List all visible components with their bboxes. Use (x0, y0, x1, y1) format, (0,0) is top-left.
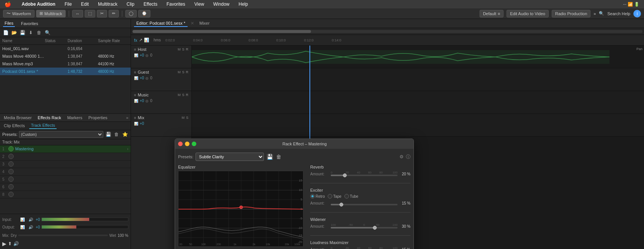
track-item-4[interactable]: 4 (0, 168, 131, 176)
widener-thumb[interactable] (373, 226, 377, 230)
menu-multitrack[interactable]: Multitrack (96, 1, 119, 8)
eq-canvas[interactable]: 15 10 5 0 -5 -10 -15 -20 20 50 (178, 171, 303, 247)
delete-btn[interactable]: 🗑 (36, 29, 43, 36)
power-btn[interactable] (8, 177, 14, 182)
menu-clip[interactable]: Clip (125, 1, 136, 8)
track-expand-icon[interactable]: ≡ (134, 93, 136, 97)
guest-mute-btn[interactable]: M (178, 70, 181, 74)
expand-btn[interactable]: » (126, 115, 128, 120)
new-file-btn[interactable]: 📄 (2, 29, 9, 36)
open-file-btn[interactable]: 📂 (11, 29, 17, 36)
menu-edit[interactable]: Edit (79, 1, 90, 8)
power-btn[interactable] (8, 169, 14, 174)
meters-icon[interactable]: 📊 (144, 38, 149, 43)
tab-mixer[interactable]: Mixer (197, 20, 212, 27)
modal-maximize-btn[interactable] (192, 142, 196, 146)
guest-solo-btn[interactable]: S (182, 70, 184, 74)
track-item-3[interactable]: 3 (0, 161, 131, 168)
modal-minimize-btn[interactable] (185, 142, 189, 146)
delete-preset-btn[interactable]: 🗑 (113, 131, 120, 138)
search-help-label[interactable]: Search Help (607, 11, 630, 16)
radio-tape-dot[interactable] (328, 194, 332, 199)
widener-slider[interactable] (331, 227, 398, 229)
h-scrollbar[interactable] (133, 30, 642, 33)
import-btn[interactable]: ⬇ (27, 29, 34, 36)
scroll-thumb[interactable] (133, 30, 311, 33)
track-item-6[interactable]: 6 (0, 183, 131, 191)
track-item-5[interactable]: 5 (0, 176, 131, 183)
track-item-mastering[interactable]: 1 Mastering › (0, 145, 131, 153)
power-btn[interactable] (8, 184, 14, 189)
draw-btn[interactable]: ◯ (125, 10, 137, 17)
presets-dropdown[interactable]: Subtle Clarity (196, 153, 264, 161)
waveform-mode-btn[interactable]: 〜 Waveform (3, 10, 35, 17)
tab-media-browser[interactable]: Media Browser (2, 115, 33, 121)
modal-close-btn[interactable] (178, 142, 183, 146)
export-icon[interactable]: ⬆ (8, 241, 12, 246)
scroll-area[interactable] (131, 28, 644, 35)
speaker-icon[interactable]: 🔊 (13, 241, 19, 246)
exciter-thumb[interactable] (339, 203, 343, 206)
menu-window[interactable]: Window (212, 1, 231, 8)
help-icon[interactable]: ⓘ (406, 154, 410, 160)
file-item-active[interactable]: Podcast 001.sesx * 1:48,732 48000 Hz (0, 68, 131, 75)
move-tool-btn[interactable]: ↔ (72, 10, 83, 17)
delete-preset-btn[interactable]: 🗑 (275, 153, 282, 160)
mix-mute-btn[interactable]: M (182, 116, 185, 120)
track-expand-icon[interactable]: ≡ (134, 70, 136, 74)
radio-tape[interactable]: Tape (328, 194, 341, 199)
power-btn[interactable] (8, 154, 14, 159)
reverb-slider-container[interactable]: 0 20 40 60 80 100 (331, 171, 398, 177)
tab-files[interactable]: Files (3, 20, 15, 27)
toolbar-chevron[interactable]: » (593, 11, 596, 16)
file-item[interactable]: Mass Move.mp3 1:38,847 44100 Hz (0, 60, 131, 68)
reverb-thumb[interactable] (343, 173, 347, 177)
host-waveform[interactable] (192, 46, 644, 68)
radio-production-btn[interactable]: Radio Production (552, 10, 590, 17)
tab-track-effects[interactable]: Track Effects (29, 122, 57, 129)
input-vol-icon[interactable]: 🔊 (27, 216, 34, 223)
info-icon[interactable]: i (633, 10, 641, 17)
widener-slider-container[interactable]: 100 -50 0 50 100 (331, 223, 398, 229)
host-solo-btn[interactable]: S (182, 47, 184, 51)
radio-retro-dot[interactable] (310, 194, 315, 199)
transport-icon[interactable]: ▶ (2, 241, 6, 247)
tab-effects-rack[interactable]: Effects Rack (36, 115, 63, 121)
tab-clip-effects[interactable]: Clip Effects (2, 123, 26, 129)
multitrack-mode-btn[interactable]: ⊞ Multitrack (36, 10, 66, 17)
track-item-2[interactable]: 2 (0, 153, 131, 161)
power-btn[interactable] (8, 192, 14, 197)
output-vol-icon[interactable]: 🔊 (27, 224, 34, 230)
music-arm-btn[interactable]: R (186, 93, 189, 97)
menu-view[interactable]: View (193, 1, 206, 8)
save-file-btn[interactable]: 💾 (19, 29, 26, 36)
search-icon[interactable]: 🔍 (599, 11, 604, 16)
exciter-slider[interactable] (331, 204, 398, 205)
power-btn[interactable] (8, 161, 14, 167)
menu-favorites[interactable]: Favorites (165, 1, 186, 8)
settings-icon[interactable]: ⚙ (399, 154, 404, 159)
music-solo-btn[interactable]: S (182, 93, 184, 97)
menu-help[interactable]: Help (237, 1, 249, 8)
save-preset-btn[interactable]: 💾 (266, 153, 273, 160)
power-btn[interactable] (8, 146, 14, 151)
pen-tool-btn[interactable]: ✏ (109, 10, 119, 17)
guest-arm-btn[interactable]: R (186, 70, 189, 74)
tab-favorites[interactable]: Favorites (19, 20, 39, 27)
track-item-8[interactable]: 8 (0, 191, 131, 199)
tab-editor[interactable]: Editor: Podcast 001.sesx * (134, 20, 188, 27)
edit-audio-video-btn[interactable]: Edit Audio to Video (507, 10, 549, 17)
radio-tube[interactable]: Tube (344, 194, 358, 199)
host-arm-btn[interactable]: R (186, 47, 189, 51)
search-files-btn[interactable]: 🔍 (44, 29, 51, 36)
send-icon[interactable]: ↗ (139, 38, 142, 43)
reverb-slider[interactable] (331, 175, 398, 176)
menu-effects[interactable]: Effects (142, 1, 159, 8)
menu-file[interactable]: File (63, 1, 73, 8)
track-expand-icon[interactable]: ≡ (134, 47, 136, 52)
file-item[interactable]: Mass Move 48000 1.wav 1:38,847 48000 Hz (0, 52, 131, 60)
mix-solo-btn[interactable]: S (186, 116, 188, 120)
exciter-slider-container[interactable] (331, 200, 398, 206)
apple-menu[interactable]: 🍎 (3, 0, 13, 8)
workspace-btn[interactable]: Default ≡ (480, 10, 504, 17)
